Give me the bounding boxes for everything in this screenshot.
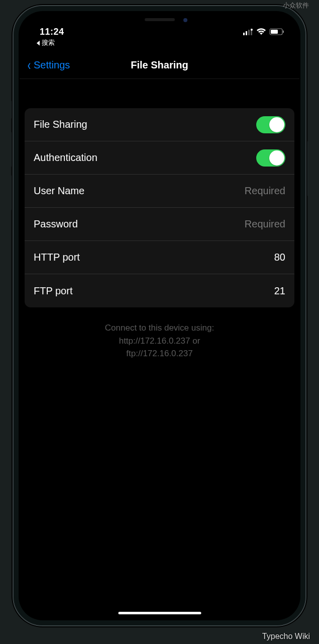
settings-group: File Sharing Authentication User Name Re… <box>25 108 294 307</box>
watermark-bottom: Typecho Wiki <box>262 632 310 641</box>
chevron-left-icon: ◀ <box>37 39 40 46</box>
svg-rect-6 <box>271 30 278 34</box>
ftp-port-value[interactable]: 21 <box>274 285 285 297</box>
row-label: HTTP port <box>34 252 80 263</box>
row-http-port[interactable]: HTTP port 80 <box>25 241 294 274</box>
row-label: Authentication <box>34 152 97 164</box>
row-authentication: Authentication <box>25 141 294 175</box>
svg-rect-1 <box>246 31 247 35</box>
file-sharing-toggle[interactable] <box>256 116 285 133</box>
chevron-left-icon: ‹ <box>28 57 31 72</box>
cellular-signal-icon <box>243 28 253 37</box>
svg-rect-2 <box>248 30 250 35</box>
breadcrumb-label: 搜索 <box>42 39 55 46</box>
screen: 11:24 <box>20 12 299 619</box>
row-ftp-port[interactable]: FTP port 21 <box>25 274 294 307</box>
row-username[interactable]: User Name Required <box>25 175 294 208</box>
footer-line: ftp://172.16.0.237 <box>20 347 299 360</box>
breadcrumb-back[interactable]: ◀ 搜索 <box>20 38 299 47</box>
connection-info: Connect to this device using: http://172… <box>20 321 299 360</box>
battery-icon <box>269 28 284 37</box>
http-port-value[interactable]: 80 <box>274 252 285 263</box>
back-label: Settings <box>34 59 70 71</box>
back-button[interactable]: ‹ Settings <box>27 57 70 72</box>
svg-point-4 <box>251 29 253 31</box>
status-time: 11:24 <box>40 27 64 37</box>
row-label: User Name <box>34 185 84 197</box>
authentication-toggle[interactable] <box>256 149 285 167</box>
row-label: File Sharing <box>34 119 87 130</box>
notch <box>104 12 215 27</box>
svg-rect-0 <box>243 33 245 35</box>
row-label: FTP port <box>34 285 72 297</box>
svg-rect-7 <box>283 31 284 33</box>
username-field[interactable]: Required <box>245 185 285 197</box>
row-file-sharing: File Sharing <box>25 108 294 141</box>
footer-line: http://172.16.0.237 or <box>20 335 299 348</box>
wifi-icon <box>256 28 266 37</box>
phone-frame: 11:24 <box>13 5 306 626</box>
row-password[interactable]: Password Required <box>25 208 294 241</box>
home-indicator[interactable] <box>118 612 201 614</box>
footer-line: Connect to this device using: <box>20 321 299 335</box>
watermark-top: 小众软件 <box>283 1 309 10</box>
nav-bar: ‹ Settings File Sharing <box>20 51 299 79</box>
row-label: Password <box>34 218 78 230</box>
password-field[interactable]: Required <box>245 218 285 230</box>
